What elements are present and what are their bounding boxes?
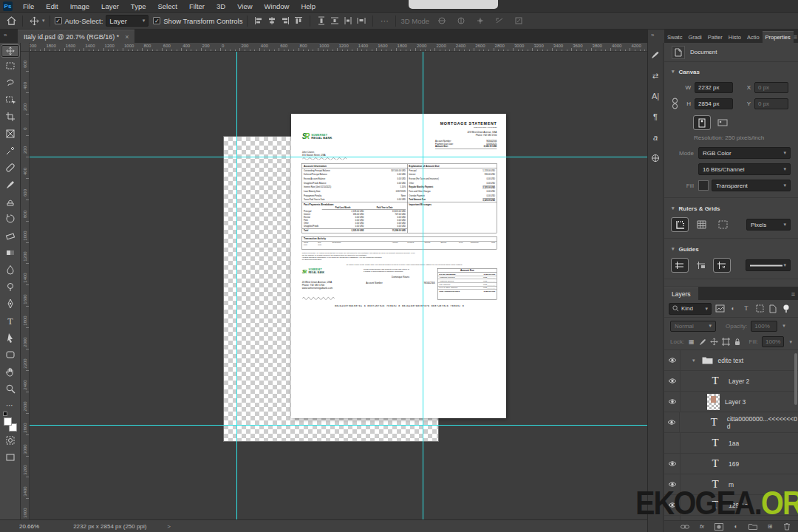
horizontal-ruler[interactable]: 2000180016001400120010008006004002000200… bbox=[30, 43, 647, 52]
vertical-ruler[interactable]: 8006004002000200400600800100012001400160… bbox=[21, 52, 30, 519]
chevron-down-icon[interactable]: ▾ bbox=[42, 18, 45, 24]
panel-menu-icon[interactable]: ≡ bbox=[791, 290, 798, 300]
roll-3d-icon[interactable] bbox=[454, 15, 468, 27]
chevron-down-icon[interactable]: ▾ bbox=[672, 205, 675, 211]
menu-item-filter[interactable]: Filter bbox=[183, 2, 211, 10]
layer-row[interactable]: TLayer 2 bbox=[664, 371, 798, 392]
align-center-horizontal-icon[interactable] bbox=[265, 15, 279, 27]
menu-item-select[interactable]: Select bbox=[151, 2, 183, 10]
chevron-down-icon[interactable]: ▾ bbox=[692, 358, 695, 364]
lock-guides-button[interactable] bbox=[693, 259, 709, 272]
lock-transparency-icon[interactable]: ▦ bbox=[688, 337, 695, 347]
layer-visibility-toggle[interactable] bbox=[664, 350, 681, 370]
scale-3d-icon[interactable] bbox=[512, 15, 525, 27]
menu-item-type[interactable]: Type bbox=[125, 2, 152, 10]
layer-visibility-toggle[interactable] bbox=[664, 412, 680, 432]
distribute-left-icon[interactable] bbox=[355, 15, 368, 27]
auto-select-target-dropdown[interactable]: Layer ▾ bbox=[106, 15, 149, 27]
status-arrow-icon[interactable]: > bbox=[167, 523, 171, 530]
layer-filter-kind-dropdown[interactable]: Kind ▾ bbox=[669, 303, 712, 315]
menu-item-window[interactable]: Window bbox=[259, 2, 296, 10]
landscape-orientation-button[interactable] bbox=[715, 116, 731, 129]
ruler-units-dropdown[interactable]: Pixels▾ bbox=[746, 219, 791, 231]
lasso-tool-icon[interactable] bbox=[1, 74, 19, 91]
toggle-grid-button[interactable] bbox=[693, 218, 709, 231]
chevron-down-icon[interactable]: ▾ bbox=[672, 246, 675, 252]
blend-mode-dropdown[interactable]: Normal▾ bbox=[670, 321, 716, 332]
character-panel-icon[interactable]: A| bbox=[649, 90, 661, 102]
horizontal-guide[interactable] bbox=[30, 425, 647, 426]
brush-tool-icon[interactable] bbox=[1, 176, 19, 193]
healing-brush-tool-icon[interactable] bbox=[1, 159, 19, 176]
layer-name[interactable]: citta0000000...<<<<<<<0 d bbox=[727, 415, 798, 430]
distribute-top-icon[interactable] bbox=[315, 15, 328, 27]
chevron-down-icon[interactable]: ▾ bbox=[672, 69, 675, 75]
filter-adjustment-layers-icon[interactable]: ◐ bbox=[728, 304, 738, 314]
panel-tab-histo[interactable]: Histo bbox=[726, 32, 744, 43]
type-tool-icon[interactable]: T bbox=[1, 312, 19, 329]
toggle-rulers-button[interactable] bbox=[672, 218, 688, 231]
lock-artboard-icon[interactable] bbox=[722, 337, 730, 347]
align-top-icon[interactable] bbox=[292, 15, 305, 27]
vertical-guide[interactable] bbox=[423, 52, 423, 519]
layer-name[interactable]: 169 bbox=[729, 460, 739, 468]
dodge-tool-icon[interactable] bbox=[1, 278, 19, 295]
history-brush-tool-icon[interactable] bbox=[1, 210, 19, 227]
frame-tool-icon[interactable] bbox=[1, 125, 19, 142]
gradient-tool-icon[interactable] bbox=[1, 244, 19, 261]
shape-tool-icon[interactable] bbox=[1, 346, 19, 363]
orbit-3d-icon[interactable] bbox=[435, 15, 449, 27]
drag-3d-icon[interactable] bbox=[474, 15, 487, 27]
brushes-panel-icon[interactable] bbox=[649, 49, 661, 61]
distribute-bottom-icon[interactable] bbox=[341, 15, 355, 27]
opacity-field[interactable]: 100% bbox=[751, 321, 777, 332]
home-icon[interactable] bbox=[4, 15, 18, 27]
layer-row[interactable]: Tcitta0000000...<<<<<<<0 d bbox=[664, 412, 798, 433]
layer-visibility-toggle[interactable] bbox=[664, 454, 681, 474]
panel-tab-swatc[interactable]: Swatc bbox=[664, 32, 685, 43]
new-layer-icon[interactable]: ⊞ bbox=[765, 522, 775, 532]
menu-item-3d[interactable]: 3D bbox=[211, 2, 231, 10]
delete-layer-icon[interactable] bbox=[782, 522, 792, 532]
path-selection-tool-icon[interactable] bbox=[1, 329, 19, 346]
lock-all-icon[interactable] bbox=[734, 337, 741, 347]
align-left-icon[interactable] bbox=[252, 15, 265, 27]
layer-effects-icon[interactable]: fx bbox=[697, 522, 707, 532]
canvas-width-field[interactable]: 2232 px bbox=[695, 82, 733, 93]
filter-shape-layers-icon[interactable] bbox=[754, 304, 765, 314]
layer-row[interactable]: ▾edite text bbox=[664, 350, 798, 371]
close-tab-icon[interactable]: × bbox=[125, 33, 129, 41]
clone-stamp-tool-icon[interactable] bbox=[1, 193, 19, 210]
canvas-workspace[interactable]: S R SOMERSET REGAL BANK MORTGAGE STATEME… bbox=[30, 52, 647, 519]
layer-row[interactable]: Layer 3 bbox=[664, 392, 798, 412]
menu-item-view[interactable]: View bbox=[231, 2, 258, 10]
menu-item-edit[interactable]: Edit bbox=[40, 2, 64, 10]
layer-name[interactable]: Layer 3 bbox=[725, 398, 746, 406]
blur-tool-icon[interactable] bbox=[1, 261, 19, 278]
panel-tab-gradi[interactable]: Gradi bbox=[685, 32, 704, 43]
toggle-pixel-grid-button[interactable] bbox=[715, 218, 731, 231]
slide-3d-icon[interactable] bbox=[493, 15, 506, 27]
canvas-height-field[interactable]: 2854 px bbox=[695, 98, 733, 109]
vertical-guide[interactable] bbox=[236, 52, 237, 519]
color-mode-dropdown[interactable]: RGB Color▾ bbox=[698, 147, 791, 159]
menu-item-image[interactable]: Image bbox=[64, 2, 95, 10]
auto-select-checkbox[interactable]: ✓ bbox=[55, 17, 62, 24]
collapse-panels-icon[interactable]: » bbox=[4, 32, 6, 38]
ruler-origin-corner[interactable] bbox=[21, 43, 30, 52]
panel-tab-properties[interactable]: Properties bbox=[763, 31, 794, 43]
layer-mask-icon[interactable] bbox=[714, 522, 724, 532]
zoom-tool-icon[interactable] bbox=[1, 380, 19, 397]
zoom-level[interactable]: 20.66% bbox=[19, 523, 39, 530]
glyphs-panel-icon[interactable]: a bbox=[649, 132, 661, 143]
horizontal-guide[interactable] bbox=[30, 157, 647, 157]
new-group-icon[interactable] bbox=[748, 522, 758, 532]
panel-tab-actio[interactable]: Actio bbox=[744, 32, 763, 43]
portrait-orientation-button[interactable] bbox=[694, 116, 710, 129]
filter-smart-object-icon[interactable] bbox=[768, 304, 778, 314]
paragraph-panel-icon[interactable]: ¶ bbox=[649, 111, 661, 123]
guide-style-dropdown[interactable]: ▾ bbox=[746, 259, 791, 271]
fill-dropdown[interactable]: Transparent▾ bbox=[712, 180, 791, 191]
lock-paint-icon[interactable] bbox=[699, 337, 706, 347]
libraries-panel-icon[interactable] bbox=[649, 152, 661, 164]
